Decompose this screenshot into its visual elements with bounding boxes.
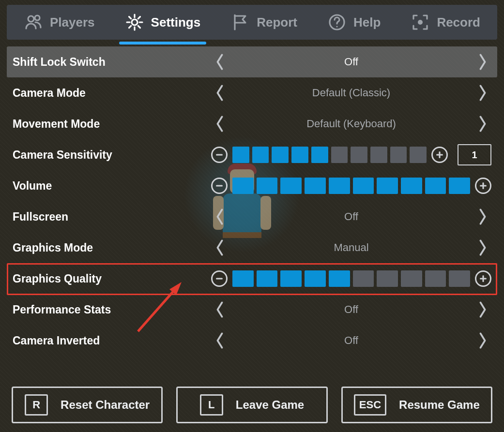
svg-point-2 [132,19,137,25]
setting-shift-lock-switch[interactable]: Shift Lock Switch Off [7,46,497,77]
tab-report[interactable]: Report [225,9,303,36]
tab-label: Help [353,15,381,30]
slider-segment [377,178,398,194]
setting-fullscreen[interactable]: Fullscreen Off [7,201,497,232]
resume-game-button[interactable]: ESC Resume Game [341,387,492,423]
slider-segment [370,147,387,163]
tab-label: Settings [151,15,201,30]
chevron-left-icon[interactable] [211,202,229,231]
tab-players[interactable]: Players [18,9,101,36]
svg-point-1 [35,15,40,20]
svg-point-5 [418,20,423,25]
setting-volume[interactable]: Volume [7,170,497,201]
chevron-right-icon[interactable] [474,109,491,138]
setting-value: Off [229,303,474,316]
slider-segment [232,147,249,163]
chevron-left-icon[interactable] [211,326,229,355]
gear-icon [125,13,144,32]
svg-point-0 [28,16,34,22]
slider-segment [272,147,289,163]
menu-tab-bar: Players Settings Report Help Record [7,5,497,40]
minus-button[interactable] [211,147,228,163]
slider-segment [331,147,348,163]
setting-value: Default (Classic) [229,87,474,99]
plus-button[interactable] [431,147,448,163]
settings-list: Shift Lock Switch Off Camera Mode Defaul… [7,46,497,379]
setting-value: Off [229,334,474,347]
tab-help[interactable]: Help [321,9,386,36]
svg-point-4 [336,26,337,27]
slider-segment [280,270,302,287]
chevron-left-icon[interactable] [211,109,229,138]
key-badge: ESC [354,394,386,416]
tab-label: Record [437,15,480,30]
graphics-quality-slider[interactable] [232,270,470,287]
setting-graphics-mode[interactable]: Graphics Mode Manual [7,232,497,263]
setting-label: Performance Stats [13,303,211,316]
slider-segment [291,147,308,163]
volume-slider[interactable] [232,178,470,194]
setting-value: Off [229,56,474,68]
chevron-right-icon[interactable] [474,326,491,355]
chevron-left-icon[interactable] [211,233,229,262]
camera-sensitivity-input[interactable]: 1 [458,144,491,165]
button-label: Leave Game [236,398,304,412]
plus-button[interactable] [475,178,491,194]
slider-segment [401,178,422,194]
chevron-right-icon[interactable] [474,47,491,76]
setting-label: Camera Sensitivity [13,149,211,162]
chevron-left-icon[interactable] [211,78,229,107]
slider-segment [377,270,398,287]
slider-segment [305,270,326,287]
setting-camera-inverted[interactable]: Camera Inverted Off [7,325,497,356]
chevron-right-icon[interactable] [474,233,491,262]
help-icon [327,13,347,32]
slider-segment [353,270,374,287]
tab-label: Report [257,15,297,30]
plus-button[interactable] [475,270,491,287]
setting-value: Manual [229,241,474,254]
setting-performance-stats[interactable]: Performance Stats Off [7,294,497,325]
slider-segment [401,270,422,287]
key-badge: L [200,394,223,416]
tab-record[interactable]: Record [405,9,486,36]
slider-segment [449,270,470,287]
chevron-right-icon[interactable] [474,202,491,231]
slider-segment [280,178,302,194]
setting-label: Movement Mode [13,118,211,131]
minus-button[interactable] [211,270,228,287]
setting-graphics-quality[interactable]: Graphics Quality [7,263,497,294]
slider-segment [425,178,446,194]
chevron-left-icon[interactable] [211,295,229,324]
slider-segment [410,147,427,163]
slider-segment [329,178,350,194]
tab-settings[interactable]: Settings [119,9,207,36]
leave-game-button[interactable]: L Leave Game [176,387,327,423]
slider-segment [232,178,254,194]
setting-camera-mode[interactable]: Camera Mode Default (Classic) [7,77,497,108]
setting-label: Graphics Quality [13,272,211,285]
slider-segment [232,270,254,287]
chevron-left-icon[interactable] [211,47,229,76]
chevron-right-icon[interactable] [474,78,491,107]
slider-segment [311,147,328,163]
slider-segment [257,178,278,194]
minus-button[interactable] [211,178,228,194]
setting-label: Camera Mode [13,87,211,100]
slider-segment [425,270,446,287]
setting-label: Camera Inverted [13,334,211,347]
setting-label: Fullscreen [13,210,211,223]
setting-movement-mode[interactable]: Movement Mode Default (Keyboard) [7,108,497,139]
slider-segment [351,147,367,163]
setting-label: Graphics Mode [13,241,211,254]
chevron-right-icon[interactable] [474,295,491,324]
button-label: Resume Game [399,398,480,412]
setting-camera-sensitivity[interactable]: Camera Sensitivity 1 [7,139,497,170]
slider-segment [449,178,470,194]
players-icon [24,13,43,32]
slider-segment [252,147,269,163]
button-label: Reset Character [61,398,150,412]
reset-character-button[interactable]: R Reset Character [12,387,163,423]
camera-sensitivity-slider[interactable] [232,147,427,163]
setting-label: Volume [13,179,211,193]
